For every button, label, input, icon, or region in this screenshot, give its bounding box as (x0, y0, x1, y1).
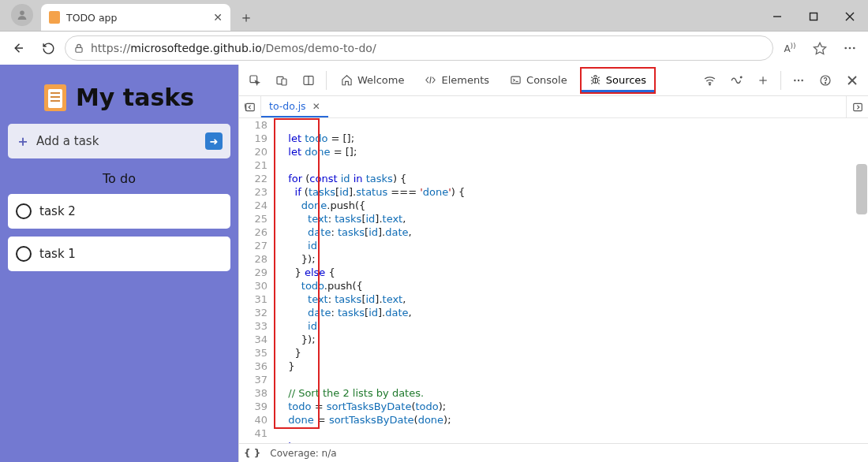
svg-line-23 (591, 77, 592, 78)
svg-line-24 (598, 77, 599, 78)
performance-icon[interactable] (724, 68, 749, 93)
checkbox-icon[interactable] (16, 203, 32, 219)
browser-tab-strip: TODO app ✕ ＋ (0, 0, 868, 32)
show-debugger-icon[interactable] (846, 96, 868, 117)
svg-point-9 (849, 47, 851, 50)
svg-point-8 (844, 47, 847, 50)
add-tab-icon[interactable] (750, 68, 776, 93)
svg-rect-13 (282, 79, 286, 85)
task-label: task 1 (39, 247, 76, 261)
svg-point-10 (853, 47, 855, 50)
device-toolbar-icon[interactable] (269, 68, 294, 93)
svg-line-25 (591, 83, 592, 84)
scrollbar[interactable] (856, 118, 867, 443)
url-text: https://microsoftedge.github.io/Demos/de… (91, 42, 376, 54)
tab-console[interactable]: Console (500, 65, 577, 96)
network-conditions-icon[interactable] (697, 68, 722, 93)
svg-rect-6 (76, 47, 82, 52)
coverage-status: Coverage: n/a (270, 448, 336, 459)
devtools-toolbar: Welcome Elements Console Sources (239, 65, 868, 96)
console-icon (510, 74, 522, 86)
section-heading-todo: To do (8, 171, 230, 186)
lock-icon (73, 43, 84, 54)
svg-point-0 (20, 11, 24, 16)
close-file-icon[interactable]: ✕ (312, 101, 320, 112)
svg-marker-7 (814, 43, 826, 54)
task-label: task 2 (39, 204, 76, 218)
svg-point-32 (798, 79, 799, 80)
favicon-icon (49, 11, 60, 24)
file-tab[interactable]: to-do.js ✕ (261, 96, 328, 117)
svg-rect-17 (511, 76, 520, 84)
svg-point-31 (794, 79, 795, 80)
back-button[interactable] (5, 35, 32, 61)
close-tab-icon[interactable]: ✕ (213, 11, 223, 24)
favorite-button[interactable] (806, 35, 833, 61)
task-item[interactable]: task 1 (8, 237, 230, 271)
svg-rect-40 (853, 103, 862, 110)
tab-sources[interactable]: Sources (580, 67, 656, 94)
submit-task-button[interactable]: ➜ (205, 132, 223, 150)
devtools-status-bar: { } Coverage: n/a (239, 443, 868, 462)
svg-line-16 (430, 76, 431, 84)
dock-side-icon[interactable] (296, 68, 321, 93)
refresh-button[interactable] (35, 35, 62, 61)
browser-toolbar: https://microsoftedge.github.io/Demos/de… (0, 32, 868, 65)
file-tab-strip: to-do.js ✕ (239, 96, 868, 118)
svg-line-26 (598, 83, 599, 84)
svg-point-27 (709, 84, 709, 84)
new-tab-button[interactable]: ＋ (235, 6, 257, 28)
address-bar[interactable]: https://microsoftedge.github.io/Demos/de… (65, 35, 773, 61)
add-task-placeholder: Add a task (36, 134, 99, 148)
checkbox-icon[interactable] (16, 246, 32, 262)
close-devtools-icon[interactable] (840, 68, 865, 93)
app-title: My tasks (76, 84, 194, 111)
help-icon[interactable] (813, 68, 838, 93)
browser-menu-button[interactable] (836, 35, 863, 61)
svg-point-28 (740, 76, 742, 78)
inspect-element-icon[interactable] (242, 68, 268, 93)
home-icon (341, 74, 353, 86)
show-navigator-icon[interactable] (239, 96, 261, 117)
devtools-panel: Welcome Elements Console Sources (238, 65, 868, 462)
app-header: My tasks (8, 73, 230, 116)
tab-welcome[interactable]: Welcome (331, 65, 413, 96)
browser-tab[interactable]: TODO app ✕ (41, 4, 230, 31)
bug-icon (589, 74, 601, 86)
clipboard-icon (44, 84, 66, 111)
code-editor[interactable]: 1819 let todo = [];20 let done = [];2122… (239, 118, 868, 443)
minimize-button[interactable] (759, 2, 795, 31)
svg-point-35 (825, 82, 825, 83)
svg-rect-2 (810, 13, 817, 20)
tab-title: TODO app (66, 12, 117, 24)
more-tools-icon[interactable] (786, 68, 811, 93)
window-controls (759, 2, 868, 31)
add-task-input[interactable]: ＋ Add a task ➜ (8, 124, 230, 158)
svg-rect-38 (245, 103, 254, 110)
svg-point-33 (801, 79, 803, 80)
read-aloud-button[interactable]: A)) (776, 35, 803, 61)
maximize-button[interactable] (795, 2, 832, 31)
code-icon (425, 74, 436, 86)
profile-avatar[interactable] (11, 4, 33, 26)
app-panel: My tasks ＋ Add a task ➜ To do task 2 tas… (0, 65, 238, 462)
task-item[interactable]: task 2 (8, 194, 230, 229)
plus-icon: ＋ (16, 132, 30, 151)
close-window-button[interactable] (832, 2, 868, 31)
tab-elements[interactable]: Elements (415, 65, 499, 96)
pretty-print-icon[interactable]: { } (244, 448, 260, 459)
